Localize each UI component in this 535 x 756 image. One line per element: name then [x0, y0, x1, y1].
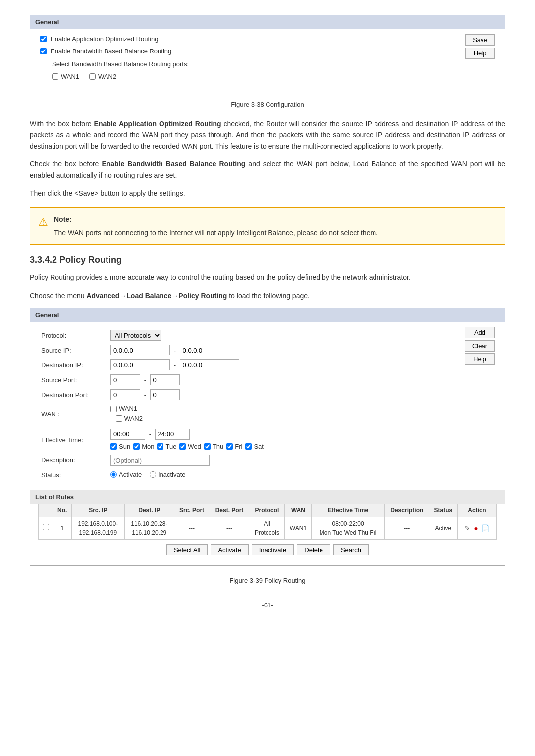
wan2-policy-checkbox[interactable] — [116, 415, 122, 422]
page-number: -61- — [30, 601, 505, 610]
delete-row-button[interactable]: ● — [473, 524, 479, 533]
paragraph2: Check the box before Enable Bandwidth Ba… — [30, 158, 505, 181]
table-row: 1 192.168.0.100- 192.168.0.199 116.10.20… — [39, 517, 497, 540]
wan-selection: WAN1 WAN2 — [52, 72, 495, 82]
dest-ip-from[interactable] — [110, 359, 170, 370]
src-port-from[interactable] — [110, 374, 140, 385]
col-status: Status — [429, 504, 457, 517]
eff-time-to[interactable] — [155, 429, 190, 440]
status-row: Status: Activate Inactivate — [38, 468, 497, 483]
paragraph3: Then click the <Save> button to apply th… — [30, 188, 505, 199]
select-all-button[interactable]: Select All — [166, 544, 208, 555]
row-checkbox-cell — [39, 517, 54, 540]
row-action: ✎ ● 📄 — [457, 517, 496, 540]
delete-button[interactable]: Delete — [297, 544, 330, 555]
wan1-checkbox[interactable] — [52, 73, 58, 80]
dest-port-row: Destination Port: - — [38, 387, 497, 402]
protocol-label: Protocol: — [38, 328, 107, 343]
inactivate-button[interactable]: Inactivate — [252, 544, 294, 555]
src-port-row: Source Port: - — [38, 372, 497, 387]
eff-time-cell: - Sun Mon Tue Wed Thu Fri Sat — [107, 427, 497, 454]
add-button[interactable]: Add — [465, 327, 495, 338]
eff-time-line2: Mon Tue Wed Thu Fri — [320, 529, 377, 536]
eff-time-line1: 08:00-22:00 — [332, 520, 364, 527]
section-desc: Policy Routing provides a more accurate … — [30, 272, 505, 283]
wan1-policy-checkbox[interactable] — [110, 406, 117, 412]
figure1-caption: Figure 3-38 Configuration — [30, 100, 505, 110]
help-button[interactable]: Help — [465, 48, 495, 59]
row-checkbox[interactable] — [43, 524, 49, 530]
protocol-cell: All Protocols — [107, 328, 497, 343]
p1-bold: Enable Application Optimized Routing — [94, 120, 221, 128]
search-button[interactable]: Search — [333, 544, 369, 555]
clear-button[interactable]: Clear — [465, 340, 495, 352]
col-dest-ip: Dest. IP — [124, 504, 174, 517]
src-port-cell: - — [107, 372, 497, 387]
bottom-buttons: Select All Activate Inactivate Delete Se… — [38, 540, 497, 559]
p2-bold: Enable Bandwidth Based Balance Routing — [102, 160, 245, 168]
src-port-dash: - — [144, 376, 146, 384]
inactivate-label: Inactivate — [158, 470, 186, 480]
protocol-select[interactable]: All Protocols — [110, 330, 161, 341]
activate-radio[interactable] — [110, 471, 117, 478]
wan2-label: WAN2 — [98, 72, 116, 82]
paragraph1: With the box before Enable Application O… — [30, 118, 505, 151]
wan-row: WAN : WAN1 WAN2 — [38, 402, 497, 426]
dest-ip-line2: 116.10.20.29 — [132, 529, 166, 536]
checkbox1-row: Enable Application Optimized Routing — [40, 34, 495, 44]
dest-port-cell: - — [107, 387, 497, 402]
row-status: Active — [429, 517, 457, 540]
desc-input[interactable] — [110, 455, 210, 466]
save-button[interactable]: Save — [465, 34, 495, 46]
dest-ip-row: Destination IP: - — [38, 357, 497, 372]
wan2-item: WAN2 — [89, 72, 116, 82]
policy-routing-box: General Add Clear Help Protocol: All Pro… — [30, 308, 505, 566]
col-protocol: Protocol — [249, 504, 285, 517]
wan1-check-label: WAN1 — [110, 404, 494, 414]
activate-button[interactable]: Activate — [211, 544, 248, 555]
dest-port-to[interactable] — [150, 389, 180, 400]
edit-button[interactable]: ✎ — [463, 524, 471, 533]
dest-port-from[interactable] — [110, 389, 140, 400]
src-ip-line1: 192.168.0.100- — [78, 520, 118, 527]
src-ip-line2: 192.168.0.199 — [79, 529, 117, 536]
policy-help-button[interactable]: Help — [465, 353, 495, 365]
dest-ip-cell: - — [107, 357, 497, 372]
wan-cell: WAN1 WAN2 — [107, 402, 497, 426]
section-name: Policy Routing — [59, 255, 122, 265]
row-dest-ip: 116.10.20.28- 116.10.20.29 — [124, 517, 174, 540]
col-action: Action — [457, 504, 496, 517]
config-box-header: General — [30, 15, 505, 29]
source-ip-to[interactable] — [180, 345, 239, 355]
figure2-caption: Figure 3-39 Policy Routing — [30, 576, 505, 586]
row-description: --- — [384, 517, 429, 540]
inactivate-radio[interactable] — [150, 471, 156, 478]
wan2-policy-label: WAN2 — [124, 414, 143, 424]
col-checkbox — [39, 504, 54, 517]
checkbox1-label: Enable Application Optimized Routing — [51, 34, 159, 44]
checkbox2-label: Enable Bandwidth Based Balance Routing — [51, 47, 171, 56]
config-box: General Enable Application Optimized Rou… — [30, 15, 505, 90]
checkbox-bw-routing[interactable] — [40, 48, 47, 54]
checkbox-app-routing[interactable] — [40, 36, 47, 42]
col-eff-time: Effective Time — [312, 504, 384, 517]
status-cell: Activate Inactivate — [107, 468, 497, 483]
policy-side-buttons: Add Clear Help — [465, 327, 495, 365]
row-eff-time: 08:00-22:00 Mon Tue Wed Thu Fri — [312, 517, 384, 540]
detail-button[interactable]: 📄 — [481, 524, 491, 533]
dest-port-dash: - — [144, 391, 146, 399]
wan2-checkbox[interactable] — [89, 73, 96, 80]
source-ip-cell: - — [107, 343, 497, 357]
source-ip-from[interactable] — [110, 345, 170, 355]
rules-header-row: No. Src. IP Dest. IP Src. Port Dest. Por… — [39, 504, 497, 517]
eff-time-from[interactable] — [110, 429, 145, 440]
protocol-line1: All — [264, 520, 270, 527]
col-no: No. — [53, 504, 71, 517]
checkbox2-row: Enable Bandwidth Based Balance Routing — [40, 47, 495, 56]
src-port-to[interactable] — [150, 374, 180, 385]
wan-label: WAN : — [38, 402, 107, 426]
col-description: Description — [384, 504, 429, 517]
row-dest-port: --- — [210, 517, 249, 540]
days-row: Sun Mon Tue Wed Thu Fri Sat — [110, 442, 494, 452]
dest-ip-to[interactable] — [180, 359, 239, 370]
